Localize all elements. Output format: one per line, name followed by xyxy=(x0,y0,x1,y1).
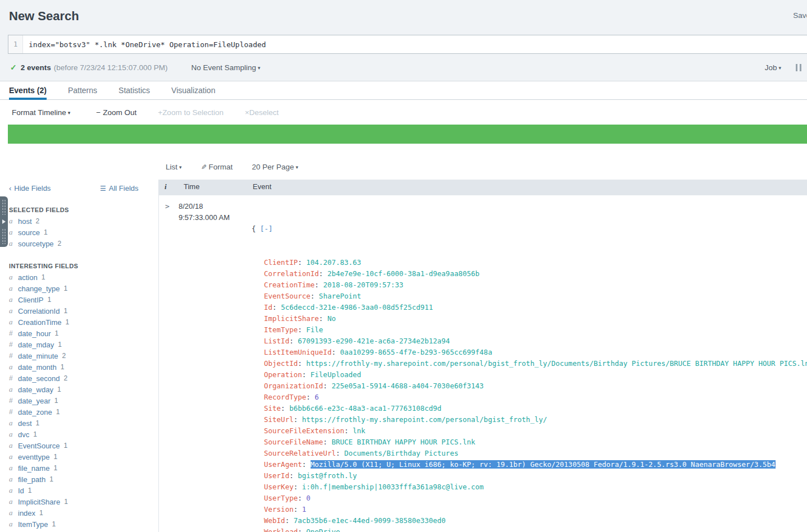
json-key[interactable]: UserAgent xyxy=(264,460,302,469)
json-value[interactable]: 104.207.83.63 xyxy=(306,258,361,267)
json-value[interactable]: 2b4e7e9e-10cf-6000-38a1-d9ea9aa8056b xyxy=(327,269,480,278)
field-item-date-mday[interactable]: #date_mday1 xyxy=(0,339,158,350)
json-key[interactable]: CorrelationId xyxy=(264,269,319,278)
json-key[interactable]: SourceFileExtension xyxy=(264,426,344,435)
field-item-date-wday[interactable]: adate_wday1 xyxy=(0,384,158,395)
field-item-date-zone[interactable]: #date_zone1 xyxy=(0,406,158,418)
json-value[interactable]: 0 xyxy=(306,494,311,502)
field-item-date-month[interactable]: adate_month1 xyxy=(0,361,158,373)
json-key[interactable]: Operation xyxy=(264,370,302,379)
field-item-date-minute[interactable]: #date_minute2 xyxy=(0,350,158,361)
save-button[interactable]: Save xyxy=(793,11,807,20)
json-key[interactable]: OrganizationId xyxy=(264,382,323,390)
json-key[interactable]: ClientIP xyxy=(264,258,298,267)
tab-events-2[interactable]: Events (2) xyxy=(9,81,47,99)
field-count: 1 xyxy=(28,487,32,494)
tab-patterns[interactable]: Patterns xyxy=(68,81,97,99)
field-item-id[interactable]: aId1 xyxy=(0,485,158,496)
json-key[interactable]: UserKey xyxy=(264,483,294,491)
field-item-file-path[interactable]: afile_path1 xyxy=(0,474,158,485)
json-value[interactable]: 225e05a1-5914-4688-a404-7030e60f3143 xyxy=(331,382,484,390)
timeline-histogram-bar[interactable] xyxy=(8,125,807,144)
json-value[interactable]: b6bb6c66-e23c-48a3-aca1-77763108cd9d xyxy=(289,404,441,412)
json-value[interactable]: 7acb35b6-e1ec-44ed-9099-38580e330ed0 xyxy=(294,516,446,525)
tab-visualization[interactable]: Visualization xyxy=(171,81,215,99)
field-item-dest[interactable]: adest1 xyxy=(0,418,158,429)
field-item-action[interactable]: aaction1 xyxy=(0,272,158,283)
search-bar[interactable]: 1 index="botsv3" *.lnk *OneDrive* Operat… xyxy=(8,35,807,54)
zoom-out-button[interactable]: −Zoom Out xyxy=(96,108,136,117)
field-item-eventtype[interactable]: aeventtype1 xyxy=(0,451,158,462)
field-item-dvc[interactable]: advc1 xyxy=(0,429,158,440)
expand-event-chevron[interactable]: > xyxy=(165,202,170,210)
json-key[interactable]: SiteUrl xyxy=(264,415,294,424)
json-key[interactable]: RecordType xyxy=(264,393,306,401)
field-item-source[interactable]: asource1 xyxy=(0,227,158,238)
json-value[interactable]: SharePoint xyxy=(319,292,361,300)
json-value[interactable]: OneDrive xyxy=(306,528,340,532)
json-value[interactable]: Mozilla/5.0 (X11; U; Linux i686; ko-KP; … xyxy=(311,460,776,469)
json-key[interactable]: ImplicitShare xyxy=(264,314,319,323)
json-value[interactable]: BRUCE BIRTHDAY HAPPY HOUR PICS.lnk xyxy=(331,438,475,446)
list-view-dropdown[interactable]: List▾ xyxy=(166,163,182,171)
json-key[interactable]: Workload xyxy=(264,528,298,532)
json-value[interactable]: 67091393-e290-421e-ac6a-2734e2b12a94 xyxy=(298,337,450,345)
search-query-input[interactable]: index="botsv3" *.lnk *OneDrive* Operatio… xyxy=(23,35,807,53)
json-key[interactable]: EventSource xyxy=(264,292,311,300)
json-key[interactable]: CreationTime xyxy=(264,281,314,289)
json-colon: : xyxy=(298,359,306,368)
json-value[interactable]: i:0h.f|membership|10033fffa361a98c@live.… xyxy=(302,483,484,491)
json-value[interactable]: No xyxy=(327,314,336,323)
json-value[interactable]: https://frothly-my.sharepoint.com/person… xyxy=(306,359,807,368)
field-item-correlationid[interactable]: aCorrelationId1 xyxy=(0,305,158,317)
json-key[interactable]: ItemType xyxy=(264,325,298,334)
field-item-date-hour[interactable]: #date_hour1 xyxy=(0,328,158,339)
json-key[interactable]: ListId xyxy=(264,337,289,345)
json-key[interactable]: Version xyxy=(264,505,294,513)
format-results-button[interactable]: ✎Format xyxy=(201,163,233,171)
field-item-file-name[interactable]: afile_name1 xyxy=(0,462,158,474)
json-key[interactable]: UserId xyxy=(264,471,289,480)
json-collapse-toggle[interactable]: [-] xyxy=(260,224,273,233)
json-key[interactable]: SourceFileName xyxy=(264,438,323,446)
json-value[interactable]: https://frothly-my.sharepoint.com/person… xyxy=(302,415,548,424)
field-item-change-type[interactable]: achange_type1 xyxy=(0,283,158,294)
field-item-eventsource[interactable]: aEventSource1 xyxy=(0,440,158,451)
json-value[interactable]: 0aa10299-8655-4f7e-b293-965cc699f48a xyxy=(340,348,492,356)
field-item-implicitshare[interactable]: aImplicitShare1 xyxy=(0,496,158,507)
format-timeline-dropdown[interactable]: Format Timeline▾ xyxy=(12,108,70,117)
json-value[interactable]: lnk xyxy=(353,426,366,435)
json-value[interactable]: 1 xyxy=(302,505,307,513)
json-key[interactable]: Id xyxy=(264,303,272,311)
numeric-field-icon: # xyxy=(9,397,17,405)
field-item-sourcetype[interactable]: asourcetype2 xyxy=(0,238,158,249)
json-value[interactable]: 2018-08-20T09:57:33 xyxy=(323,281,403,289)
per-page-dropdown[interactable]: 20 Per Page▾ xyxy=(252,163,298,171)
json-key[interactable]: UserType xyxy=(264,494,298,502)
hide-fields-button[interactable]: ‹Hide Fields xyxy=(9,184,51,192)
json-value[interactable]: FileUploaded xyxy=(311,370,361,379)
json-value[interactable]: bgist@froth.ly xyxy=(298,471,357,480)
field-item-index[interactable]: aindex1 xyxy=(0,507,158,519)
field-item-date-second[interactable]: #date_second2 xyxy=(0,373,158,384)
json-value[interactable]: 5c6deccd-321e-4986-3aa0-08d5f25cd911 xyxy=(281,303,433,311)
json-value[interactable]: 6 xyxy=(314,393,319,401)
field-item-date-year[interactable]: #date_year1 xyxy=(0,395,158,406)
pause-button[interactable] xyxy=(796,64,801,71)
job-dropdown[interactable]: Job▾ xyxy=(765,63,781,72)
field-item-host[interactable]: ahost2 xyxy=(0,215,158,227)
json-key[interactable]: ListItemUniqueId xyxy=(264,348,331,356)
field-item-creationtime[interactable]: aCreationTime1 xyxy=(0,317,158,328)
all-fields-button[interactable]: ☰All Fields xyxy=(100,184,139,192)
json-key[interactable]: Site xyxy=(264,404,281,412)
json-value[interactable]: File xyxy=(306,325,323,334)
sidebar-collapse-handle[interactable] xyxy=(0,196,8,247)
field-item-itemtype[interactable]: aItemType1 xyxy=(0,519,158,530)
tab-statistics[interactable]: Statistics xyxy=(118,81,150,99)
json-key[interactable]: ObjectId xyxy=(264,359,298,368)
field-item-clientip[interactable]: aClientIP1 xyxy=(0,294,158,305)
json-value[interactable]: Documents/Birthday Pictures xyxy=(344,449,458,457)
event-sampling-dropdown[interactable]: No Event Sampling▾ xyxy=(191,63,260,72)
json-key[interactable]: WebId xyxy=(264,516,285,525)
json-key[interactable]: SourceRelativeUrl xyxy=(264,449,336,457)
